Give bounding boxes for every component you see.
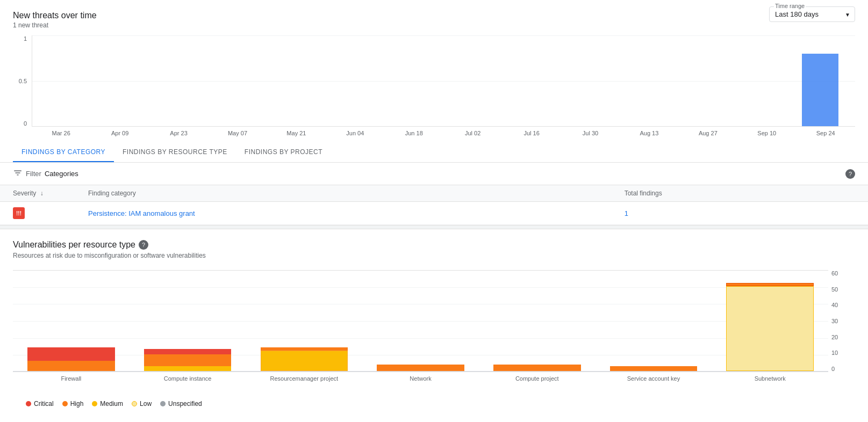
y-50: 50 [831, 286, 838, 293]
y-60: 60 [831, 270, 838, 277]
x-label-network: Network [362, 375, 479, 382]
x-label-jul30: Jul 30 [561, 130, 620, 136]
x-label-may07: May 07 [208, 130, 267, 136]
x-label-sep10: Sep 10 [737, 130, 796, 136]
time-range-value: Last 180 days [775, 10, 819, 18]
tab-findings-by-resource-type[interactable]: Findings by resource type [114, 143, 236, 162]
bar-seg-med-rm [261, 351, 348, 371]
threat-bar [802, 54, 839, 126]
bar-group-resourcemanager [246, 347, 362, 371]
bar-group-sak [596, 366, 712, 371]
tabs-container: Findings by category Findings by resourc… [0, 143, 868, 163]
bar-group-subnetwork [712, 283, 828, 371]
vuln-x-axis: Firewall Compute instance Resourcemanage… [13, 372, 828, 394]
vuln-section: Vulnerabilities per resource type ? Reso… [0, 229, 868, 422]
findings-table: Severity ↓ Finding category Total findin… [0, 185, 868, 225]
x-label-resourcemanager: Resourcemanager project [246, 375, 362, 382]
vuln-y-axis: 60 50 40 30 20 10 0 [828, 270, 855, 372]
y-0: 0 [831, 366, 835, 372]
filter-label[interactable]: Filter [26, 170, 41, 178]
bar-stack-firewall [27, 347, 115, 371]
finding-link[interactable]: Persistence: IAM anomalous grant [88, 209, 195, 217]
timeseries-chart: 1 0.5 0 Mar 26 Apr 09 Apr 23 May 07 May … [13, 35, 855, 143]
bar-stack-resourcemanager [261, 347, 348, 371]
y-label-1: 1 [24, 35, 27, 42]
col-finding-category: Finding category [75, 185, 612, 202]
legend-dot-medium [92, 401, 97, 406]
legend-label-high: High [70, 400, 84, 408]
bar-stack-subnetwork [726, 283, 814, 371]
legend-dot-critical [26, 401, 31, 406]
legend-low: Low [132, 400, 152, 408]
x-label-jul02: Jul 02 [443, 130, 502, 136]
chart-area [32, 35, 855, 127]
time-range-select[interactable]: Time range Last 180 days ▼ [769, 6, 855, 22]
bar-group-compute [130, 349, 246, 371]
legend-critical: Critical [26, 400, 54, 408]
tab-findings-by-category[interactable]: Findings by category [13, 143, 114, 162]
chevron-down-icon: ▼ [845, 11, 850, 17]
help-icon[interactable]: ? [845, 169, 855, 179]
legend-medium: Medium [92, 400, 123, 408]
chart-subtitle: 1 new threat [13, 21, 855, 29]
total-col-label: Total findings [625, 190, 662, 197]
y-axis: 1 0.5 0 [13, 35, 29, 127]
x-label-apr23: Apr 23 [149, 130, 208, 136]
filter-value: Categories [45, 170, 78, 178]
sort-icon: ↓ [40, 190, 44, 197]
x-label-aug13: Aug 13 [620, 130, 678, 136]
time-range-container: Time range Last 180 days ▼ [769, 6, 855, 22]
grid-line-top [32, 35, 855, 36]
y-30: 30 [831, 318, 838, 324]
y-20: 20 [831, 334, 838, 340]
grid-line-mid [32, 81, 855, 82]
legend-label-unspecified: Unspecified [168, 400, 202, 408]
bar-seg-high-sak [610, 366, 698, 371]
chart-legend: Critical High Medium Low Unspecified [13, 394, 855, 414]
bar-stack-network [377, 365, 464, 371]
legend-label-low: Low [140, 400, 152, 408]
y-10: 10 [831, 350, 838, 356]
filter-bar: Filter Categories ? [0, 163, 868, 185]
bar-stack-compute-project [493, 365, 581, 371]
col-severity[interactable]: Severity ↓ [0, 185, 75, 202]
x-axis: Mar 26 Apr 09 Apr 23 May 07 May 21 Jun 0… [32, 127, 855, 143]
bar-seg-high-compute [144, 354, 232, 366]
section-divider [0, 225, 868, 229]
finding-count-link[interactable]: 1 [625, 209, 628, 217]
legend-high: High [62, 400, 84, 408]
legend-label-medium: Medium [100, 400, 123, 408]
x-label-compute-project: Compute project [479, 375, 596, 382]
finding-col-label: Finding category [88, 190, 136, 197]
x-label-jun04: Jun 04 [326, 130, 384, 136]
vuln-title: Vulnerabilities per resource type [13, 240, 135, 250]
x-label-firewall: Firewall [13, 375, 130, 382]
vuln-title-row: Vulnerabilities per resource type ? [13, 240, 855, 250]
tab-findings-by-project[interactable]: Findings by project [236, 143, 331, 162]
time-range-label: Time range [774, 3, 806, 9]
legend-unspecified: Unspecified [160, 400, 202, 408]
x-label-sak: Service account key [596, 375, 712, 382]
filter-icon [13, 168, 23, 179]
severity-col-label: Severity [13, 190, 36, 197]
x-label-aug27: Aug 27 [679, 130, 737, 136]
bar-seg-critical-compute [144, 349, 232, 354]
chart-title: New threats over time [13, 11, 855, 20]
vuln-help-icon[interactable]: ? [139, 240, 148, 250]
y-40: 40 [831, 302, 838, 308]
x-label-jul16: Jul 16 [502, 130, 561, 136]
y-label-0: 0 [24, 120, 27, 127]
bar-seg-critical-firewall [27, 347, 115, 361]
vuln-bar-chart: 60 50 40 30 20 10 0 [13, 270, 828, 394]
severity-text: !!! [16, 210, 21, 216]
bar-seg-high-cp [493, 365, 581, 371]
y-label-05: 0.5 [19, 78, 27, 84]
bar-stack-compute [144, 349, 232, 371]
bar-seg-med-compute [144, 366, 232, 371]
col-total-findings: Total findings [612, 185, 868, 202]
x-label-subnetwork: Subnetwork [712, 375, 828, 382]
vuln-subtitle: Resources at risk due to misconfiguratio… [13, 252, 855, 259]
x-label-sep24: Sep 24 [796, 130, 855, 136]
x-label-jun18: Jun 18 [385, 130, 443, 136]
bar-group-network [362, 365, 479, 371]
